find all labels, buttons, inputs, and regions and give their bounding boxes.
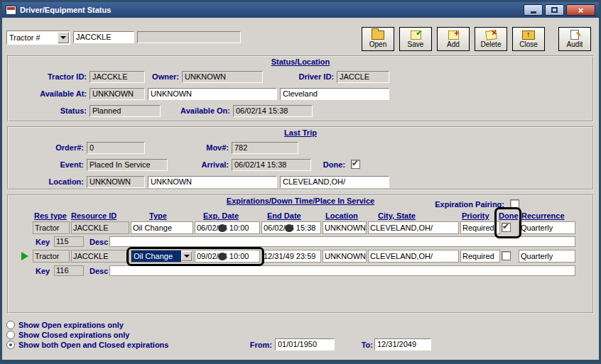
row2-exp-date[interactable]: 09/02/14 10:00 bbox=[195, 250, 260, 263]
tractor-id-label: Tractor ID: bbox=[10, 72, 87, 81]
window-title: Driver/Equipment Status bbox=[20, 6, 111, 14]
status-location-group: Status/Location Tractor ID: JACCKLE Owne… bbox=[7, 55, 594, 122]
available-on-label: Available On: bbox=[162, 106, 230, 115]
close-button-label: Close bbox=[519, 40, 538, 48]
row1-recurrence[interactable]: Quarterly bbox=[519, 221, 575, 234]
event-field: Placed In Service bbox=[87, 159, 168, 171]
available-at-label: Available At: bbox=[10, 89, 87, 98]
available-at-city-field[interactable]: Cleveland bbox=[280, 88, 389, 100]
location-name-field: UNKNOWN bbox=[148, 176, 277, 188]
chevron-down-icon[interactable] bbox=[58, 32, 69, 43]
row2-city-state[interactable]: CLEVELAND,OH/ bbox=[368, 250, 459, 263]
toolbar-buttons: Open Save Add Delete Close Audit bbox=[362, 27, 591, 51]
filter-both[interactable]: Show both Open and Closed expirations bbox=[6, 341, 168, 349]
status-field: Planned bbox=[90, 105, 161, 117]
save-button[interactable]: Save bbox=[399, 27, 432, 51]
current-row-arrow-icon bbox=[21, 252, 28, 260]
filter-open-only[interactable]: Show Open expirations only bbox=[6, 321, 124, 329]
row2-done-checkbox[interactable] bbox=[502, 251, 511, 260]
from-date-input[interactable]: 01/01/1950 bbox=[275, 338, 335, 351]
close-button[interactable]: Close bbox=[512, 27, 545, 51]
minimize-button[interactable] bbox=[524, 4, 543, 16]
audit-button-label: Audit bbox=[567, 40, 583, 48]
radio-icon[interactable] bbox=[6, 341, 15, 349]
last-trip-done-checkbox[interactable] bbox=[351, 160, 360, 169]
row1-end-date[interactable]: 06/02/14 15:38 bbox=[261, 221, 321, 234]
redaction-mark bbox=[218, 253, 227, 260]
close-icon bbox=[522, 31, 535, 40]
radio-icon[interactable] bbox=[6, 321, 15, 329]
window-controls: × bbox=[524, 4, 595, 16]
row1-desc-field[interactable] bbox=[109, 236, 575, 247]
save-button-label: Save bbox=[408, 40, 424, 48]
row2-priority[interactable]: Required bbox=[460, 250, 500, 263]
row1-type[interactable]: Oil Change bbox=[131, 221, 193, 234]
open-button[interactable]: Open bbox=[362, 27, 394, 51]
row1-key-label: Key bbox=[36, 238, 50, 246]
arrival-field: 06/02/14 15:38 bbox=[232, 159, 311, 171]
order-label: Order#: bbox=[10, 143, 84, 152]
audit-icon bbox=[570, 30, 579, 40]
row2-recurrence[interactable]: Quarterly bbox=[519, 250, 575, 263]
row1-city-state[interactable]: CLEVELAND,OH/ bbox=[368, 221, 459, 234]
driver-id-label: Driver ID: bbox=[290, 72, 334, 81]
row2-desc-field[interactable] bbox=[109, 265, 575, 276]
col-resource-id: Resource ID bbox=[71, 211, 117, 220]
redaction-mark bbox=[218, 224, 227, 232]
radio-icon[interactable] bbox=[6, 331, 15, 339]
titlebar: Driver/Equipment Status × bbox=[2, 2, 599, 18]
col-city-state: City, State bbox=[378, 211, 416, 220]
row2-type-selected-value: Oil Change bbox=[131, 250, 181, 262]
to-label: To: bbox=[356, 341, 373, 349]
row1-desc-label: Desc bbox=[90, 238, 108, 246]
audit-button[interactable]: Audit bbox=[558, 27, 591, 51]
add-button-label: Add bbox=[447, 40, 460, 48]
add-button[interactable]: Add bbox=[437, 27, 470, 51]
secondary-input[interactable] bbox=[137, 31, 241, 43]
redaction-mark bbox=[285, 224, 293, 232]
row2-resource-id: JACCKLE bbox=[71, 250, 129, 263]
save-icon bbox=[411, 31, 421, 40]
owner-field: UNKNOWN bbox=[182, 71, 263, 83]
row2-key-field: 116 bbox=[54, 265, 84, 276]
chevron-down-icon[interactable] bbox=[181, 251, 192, 261]
row2-desc-label: Desc bbox=[90, 267, 108, 275]
row1-exp-date[interactable]: 06/02/14 10:00 bbox=[195, 221, 260, 234]
driver-id-field: JACCLE bbox=[337, 71, 389, 83]
delete-button[interactable]: Delete bbox=[475, 27, 507, 51]
row2-end-date[interactable]: 12/31/49 23:59 bbox=[261, 250, 321, 263]
app-icon bbox=[6, 6, 16, 15]
col-type: Type bbox=[149, 211, 167, 220]
to-date-input[interactable]: 12/31/2049 bbox=[374, 338, 431, 351]
row2-location[interactable]: UNKNOWN bbox=[323, 250, 367, 263]
driver-equipment-status-window: Driver/Equipment Status × Tractor # JACC… bbox=[0, 0, 601, 364]
row2-key-label: Key bbox=[36, 267, 50, 275]
row2-type-combo[interactable]: Oil Change bbox=[131, 250, 193, 263]
mov-label: Mov#: bbox=[183, 143, 229, 152]
filter-open-only-label: Show Open expirations only bbox=[18, 321, 124, 329]
maximize-icon bbox=[551, 7, 558, 13]
open-button-label: Open bbox=[369, 40, 386, 48]
location-code-field: UNKNOWN bbox=[87, 176, 145, 188]
row1-location[interactable]: UNKNOWN bbox=[323, 221, 367, 234]
resource-type-combo[interactable]: Tractor # bbox=[6, 31, 70, 45]
col-location: Location bbox=[325, 211, 358, 220]
done-label: Done: bbox=[313, 160, 345, 169]
expiration-pairing-checkbox[interactable] bbox=[510, 199, 519, 209]
close-window-button[interactable]: × bbox=[566, 4, 595, 16]
last-trip-header: Last Trip bbox=[9, 128, 592, 137]
filter-closed-only[interactable]: Show Closed expirations only bbox=[6, 331, 129, 339]
maximize-button[interactable] bbox=[545, 4, 564, 16]
arrival-label: Arrival: bbox=[183, 160, 229, 169]
event-label: Event: bbox=[10, 160, 84, 169]
status-location-header: Status/Location bbox=[9, 57, 592, 66]
row1-priority[interactable]: Required bbox=[460, 221, 500, 234]
location-label: Location: bbox=[10, 177, 84, 186]
resource-id-input[interactable]: JACCKLE bbox=[73, 31, 134, 43]
available-at-name-field[interactable]: UNKNOWN bbox=[148, 88, 277, 100]
client-area: Tractor # JACCKLE Open Save Add Delete bbox=[2, 18, 599, 360]
last-trip-group: Last Trip Order#: 0 Mov#: 782 Event: Pla… bbox=[7, 126, 594, 190]
row1-done-checkbox[interactable] bbox=[502, 223, 511, 232]
available-at-code-field: UNKNOWN bbox=[90, 88, 145, 100]
status-label: Status: bbox=[10, 106, 87, 115]
